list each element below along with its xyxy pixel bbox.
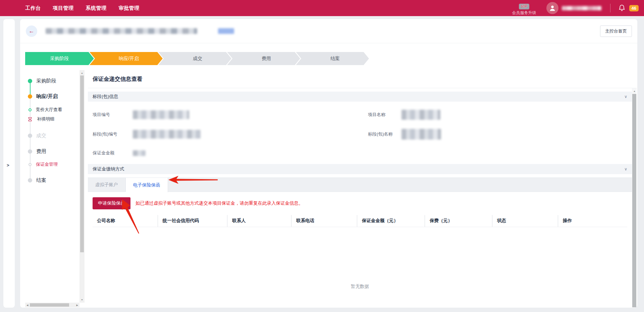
- chevron-down-icon[interactable]: ∨: [624, 167, 627, 171]
- project-title-redacted: [46, 28, 197, 34]
- field-deposit-amount: 保证金金额: [93, 149, 368, 157]
- sidebar-item-label: 结案: [36, 177, 46, 184]
- field-project-no: 项目编号: [93, 110, 368, 120]
- nav-divider: [610, 4, 610, 12]
- main-panel: 保证金递交信息查看 标段(包)信息 ∨ 项目编号 项目名称: [88, 70, 637, 307]
- gray-ring-icon: [29, 163, 32, 166]
- field-value-redacted: [133, 130, 201, 139]
- card-header: ← 主控台首页: [20, 19, 637, 43]
- scroll-up-icon[interactable]: ▲: [633, 90, 636, 92]
- person-icon: [548, 4, 556, 12]
- empty-state-text: 暂无数据: [93, 227, 627, 290]
- scroll-up-icon[interactable]: ▲: [81, 72, 83, 74]
- sidebar-item-close-case[interactable]: 结案: [25, 176, 46, 184]
- top-navbar: 工作台 项目管理 系统管理 审批管理 VIP 会员服务升级 46: [0, 0, 644, 16]
- tab-virtual-sub-account[interactable]: 虚拟子账户: [88, 178, 126, 192]
- section-package-info[interactable]: 标段(包)信息 ∨: [88, 92, 632, 102]
- hourglass-icon: [28, 117, 33, 122]
- field-label: 保证金金额: [93, 150, 133, 156]
- nav-item-project-management[interactable]: 项目管理: [53, 5, 74, 11]
- process-steps: 采购阶段 响应/开启 成交 费用 结案: [20, 43, 637, 70]
- sidebar-item-bidding-hall-view[interactable]: 竞价大厅查看: [25, 106, 62, 114]
- username-redacted[interactable]: [562, 6, 601, 10]
- sidebar-item-procurement-stage[interactable]: 采购阶段: [25, 77, 56, 85]
- sidebar-item-deposit-management[interactable]: 保证金管理: [25, 160, 58, 168]
- scrollbar-thumb[interactable]: [632, 94, 636, 307]
- vip-icon: VIP: [519, 4, 529, 9]
- nav-item-approval-management[interactable]: 审批管理: [119, 5, 140, 11]
- main-card: ← 主控台首页 采购阶段 响应/开启 成交 费用 结案 采购阶段: [20, 19, 637, 308]
- scroll-right-icon[interactable]: ▶: [76, 304, 78, 306]
- field-label: 标段(包)名称: [368, 131, 401, 137]
- guarantee-tab-content: 申请保险保函 如已通过虚拟子账号或其他方式递交本项目保证金，请勿重复在此录入保证…: [88, 192, 632, 290]
- payment-method-tabs: 虚拟子账户 电子保险保函: [88, 177, 632, 192]
- scrollbar-thumb[interactable]: [30, 303, 69, 307]
- vip-caption: 会员服务升级: [512, 10, 536, 16]
- step-deal[interactable]: 成交: [158, 52, 231, 65]
- field-project-name: 项目名称: [368, 110, 627, 120]
- col-deposit-amount: 保证金金额（元）: [357, 215, 425, 227]
- scroll-left-icon[interactable]: ◀: [26, 304, 28, 306]
- field-value-redacted: [401, 110, 440, 120]
- field-package-no: 标段(包)编号: [93, 129, 368, 140]
- field-value-redacted: [401, 129, 441, 140]
- gray-dot-icon: [28, 149, 32, 154]
- apply-insurance-guarantee-button[interactable]: 申请保险保函: [93, 197, 130, 209]
- package-info-fields: 项目编号 项目名称 标段(包)编号 标段(包)名称: [88, 102, 632, 158]
- step-close-case[interactable]: 结案: [296, 52, 369, 65]
- field-package-name: 标段(包)名称: [368, 129, 627, 140]
- vip-upgrade-link[interactable]: VIP 会员服务升级: [512, 4, 536, 16]
- field-value-redacted: [133, 150, 146, 156]
- main-vertical-scrollbar[interactable]: ▲: [632, 88, 637, 307]
- console-home-button[interactable]: 主控台首页: [600, 25, 632, 37]
- step-procurement-stage[interactable]: 采购阶段: [25, 52, 94, 65]
- col-actions: 操作: [558, 215, 627, 227]
- col-contact-phone: 联系电话: [291, 215, 357, 227]
- section-payment-method[interactable]: 保证金缴纳方式 ∨: [88, 164, 632, 174]
- field-label: 项目编号: [93, 112, 133, 118]
- sidebar-item-supplement-details[interactable]: 补填明细: [25, 115, 54, 123]
- bell-icon[interactable]: [618, 4, 626, 12]
- content-row: 采购阶段 响应/开启 竞价大厅查看 补填明细: [20, 70, 637, 307]
- chevron-down-icon[interactable]: ∨: [624, 94, 627, 99]
- sidebar-vertical-scrollbar[interactable]: ▲ ▼: [79, 70, 85, 303]
- scrollbar-thumb[interactable]: [80, 75, 84, 252]
- nav-menu: 工作台 项目管理 系统管理 审批管理: [25, 5, 140, 11]
- sidebar-item-label: 费用: [36, 148, 46, 155]
- col-contact-person: 联系人: [227, 215, 291, 227]
- back-arrow-icon: ←: [29, 28, 35, 35]
- col-status: 状态: [492, 215, 558, 227]
- nav-item-workbench[interactable]: 工作台: [25, 5, 41, 11]
- sidebar-item-deal[interactable]: 成交: [25, 132, 46, 140]
- back-button[interactable]: ←: [26, 25, 37, 37]
- notification-count-badge: 46: [629, 5, 639, 11]
- sidebar-item-fees[interactable]: 费用: [25, 147, 46, 155]
- section-title: 保证金缴纳方式: [93, 166, 124, 172]
- sidebar-item-label: 竞价大厅查看: [36, 107, 62, 113]
- sidebar-item-response-open[interactable]: 响应/开启: [25, 92, 58, 100]
- col-credit-code: 统一社会信用代码: [158, 215, 227, 227]
- tab-electronic-insurance-guarantee[interactable]: 电子保险保函: [126, 177, 168, 192]
- field-value-redacted: [133, 110, 189, 119]
- step-response-open[interactable]: 响应/开启: [90, 52, 163, 65]
- gray-dot-icon: [28, 178, 32, 183]
- sidebar-item-label: 采购阶段: [36, 78, 56, 84]
- green-dot-icon: [28, 79, 32, 83]
- user-avatar[interactable]: [546, 2, 558, 14]
- green-ring-icon: [29, 108, 32, 111]
- duplicate-deposit-warning: 如已通过虚拟子账号或其他方式递交本项目保证金，请勿重复在此录入保证金信息。: [136, 200, 303, 206]
- sidebar-item-label: 补填明细: [37, 116, 54, 122]
- sidebar-item-label: 保证金管理: [36, 161, 58, 167]
- section-title: 标段(包)信息: [93, 94, 118, 100]
- scroll-down-icon[interactable]: ▼: [81, 299, 83, 301]
- nav-item-system-management[interactable]: 系统管理: [86, 5, 107, 11]
- status-tag-redacted: [218, 28, 234, 34]
- nav-right: VIP 会员服务升级 46: [512, 0, 644, 16]
- sidebar-horizontal-scrollbar[interactable]: ◀ ▶: [25, 303, 79, 307]
- field-label: 项目名称: [368, 112, 401, 118]
- gray-dot-icon: [28, 134, 32, 138]
- stage-sidebar: 采购阶段 响应/开启 竞价大厅查看 补填明细: [25, 70, 85, 307]
- step-fees[interactable]: 费用: [227, 52, 300, 65]
- page-title: 保证金递交信息查看: [88, 70, 637, 88]
- expand-chevron-icon[interactable]: >: [7, 163, 9, 168]
